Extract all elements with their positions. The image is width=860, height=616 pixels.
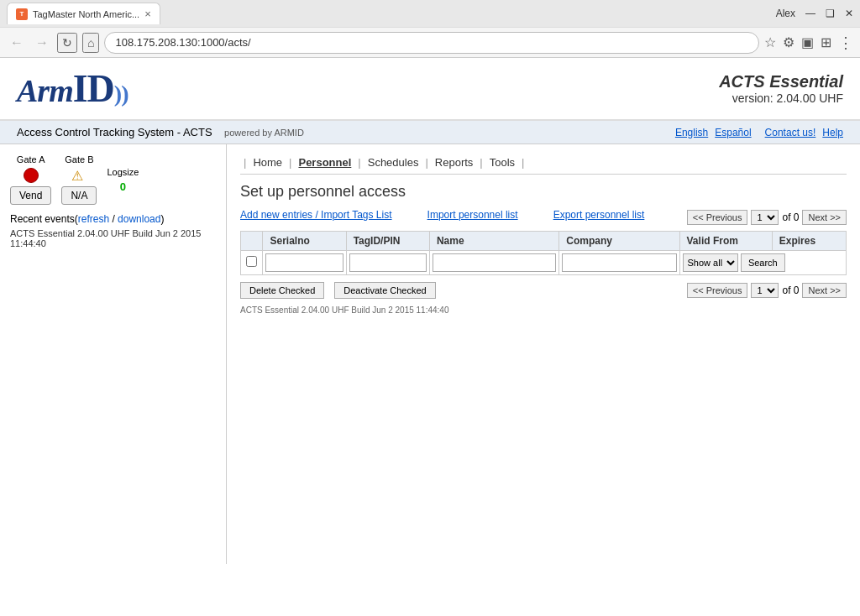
app-title: ACTS Essential <box>719 72 843 91</box>
personnel-table: Serialno TagID/PIN Name Company Valid Fr… <box>240 231 847 275</box>
tab-close-button[interactable]: × <box>144 8 151 20</box>
deactivate-checked-button[interactable]: Deactivate Checked <box>334 282 435 299</box>
forward-button[interactable]: → <box>32 34 52 52</box>
app-version: version: 2.04.00 UHF <box>719 91 843 105</box>
minimize-button[interactable]: — <box>805 8 815 19</box>
sub-header-title: Access Control Tracking System - ACTS po… <box>17 126 304 138</box>
browser-user-label: Alex <box>776 8 795 19</box>
filter-serialno-cell <box>263 251 346 275</box>
filter-validfrom-cell: Show all Search <box>679 251 846 275</box>
help-link[interactable]: Help <box>822 127 843 138</box>
powered-by-label: powered by ARMID <box>224 128 304 138</box>
nav-separator-2: | <box>358 156 360 169</box>
sub-header-links: English Español Contact us! Help <box>675 127 843 138</box>
next-page-button[interactable]: Next >> <box>802 210 847 225</box>
download-link[interactable]: download <box>118 213 160 225</box>
bottom-toolbar: Delete Checked Deactivate Checked << Pre… <box>240 282 847 299</box>
sub-header: Access Control Tracking System - ACTS po… <box>0 121 860 144</box>
table-header-row: Serialno TagID/PIN Name Company Valid Fr… <box>241 232 847 251</box>
logo-arm: Arm <box>17 73 73 108</box>
english-link[interactable]: English <box>675 127 708 138</box>
browser-tab[interactable]: T TagMaster North Americ... × <box>7 3 160 24</box>
filter-name-cell <box>429 251 558 275</box>
filter-company-cell <box>559 251 679 275</box>
logsize-label: Logsize <box>107 167 139 177</box>
filter-tagid-cell <box>346 251 429 275</box>
tab-favicon: T <box>16 8 28 20</box>
bottom-next-button[interactable]: Next >> <box>802 283 847 298</box>
espanol-link[interactable]: Español <box>715 127 751 138</box>
nav-tools[interactable]: Tools <box>486 154 518 170</box>
recent-events-log: ACTS Essential 2.04.00 UHF Build Jun 2 2… <box>10 228 216 248</box>
bottom-page-select[interactable]: 1 <box>751 283 779 298</box>
gate-b-label: Gate B <box>65 154 93 164</box>
nav-separator-3: | <box>425 156 427 169</box>
delete-checked-button[interactable]: Delete Checked <box>240 282 324 299</box>
apps-icon[interactable]: ⊞ <box>821 34 831 50</box>
star-icon[interactable]: ☆ <box>764 34 776 50</box>
gate-status-row: Gate A Vend Gate B N/A Logsize 0 <box>10 154 216 205</box>
recent-events-header: Recent events(refresh / download) <box>10 213 216 225</box>
page-title: Set up personnel access <box>240 183 847 201</box>
top-toolbar-row: Add new entries / Import Tags List Impor… <box>240 209 847 226</box>
add-entries-link[interactable]: Add new entries / Import Tags List <box>240 209 392 221</box>
filter-name-input[interactable] <box>433 253 556 272</box>
col-header-tagid: TagID/PIN <box>346 232 429 251</box>
filter-select-all-checkbox[interactable] <box>246 256 257 267</box>
prev-page-button[interactable]: << Previous <box>687 210 748 225</box>
refresh-link[interactable]: refresh <box>78 213 109 225</box>
bottom-pagination: << Previous 1 of 0 Next >> <box>687 283 847 298</box>
col-header-company: Company <box>559 232 679 251</box>
nav-bar: | Home | Personnel | Schedules | Reports… <box>240 154 847 175</box>
page-content: ArmID)) ACTS Essential version: 2.04.00 … <box>0 58 860 616</box>
toolbar-icons: ☆ ⚙ ▣ ⊞ ⋮ <box>764 34 853 52</box>
gate-a-vend-button[interactable]: Vend <box>10 186 51 205</box>
col-header-checkbox <box>241 232 263 251</box>
tab-title: TagMaster North Americ... <box>33 9 139 19</box>
col-header-name: Name <box>429 232 558 251</box>
filter-serialno-input[interactable] <box>265 253 343 272</box>
close-window-button[interactable]: ✕ <box>845 8 853 19</box>
table-filter-row: Show all Search <box>241 251 847 275</box>
col-header-expires: Expires <box>772 232 846 251</box>
logsize-value: 0 <box>120 180 126 193</box>
nav-separator-1: | <box>289 156 291 169</box>
nav-schedules[interactable]: Schedules <box>364 154 422 170</box>
nav-personnel[interactable]: Personnel <box>295 154 354 170</box>
address-bar[interactable] <box>104 32 759 54</box>
extensions-icon[interactable]: ⚙ <box>783 34 794 50</box>
of-label: of 0 <box>782 211 799 223</box>
filter-tagid-input[interactable] <box>349 253 427 272</box>
page-select[interactable]: 1 <box>751 210 779 225</box>
app-header: ArmID)) ACTS Essential version: 2.04.00 … <box>0 58 860 121</box>
recent-events-label: Recent events <box>10 213 75 225</box>
home-button[interactable]: ⌂ <box>82 33 99 53</box>
acts-label: Access Control Tracking System - ACTS <box>17 126 212 138</box>
cast-icon[interactable]: ▣ <box>801 34 814 50</box>
valid-from-select[interactable]: Show all <box>683 253 738 272</box>
gate-a-label: Gate A <box>17 154 45 164</box>
gate-b-status-indicator <box>71 168 87 183</box>
gate-b-na-button[interactable]: N/A <box>61 186 97 205</box>
export-personnel-link[interactable]: Export personnel list <box>553 209 645 221</box>
import-personnel-link[interactable]: Import personnel list <box>427 209 518 221</box>
chrome-menu-icon[interactable]: ⋮ <box>838 34 853 52</box>
main-content: | Home | Personnel | Schedules | Reports… <box>227 144 860 564</box>
restore-button[interactable]: ❑ <box>826 8 835 19</box>
browser-toolbar: ← → ↻ ⌂ ☆ ⚙ ▣ ⊞ ⋮ <box>0 27 860 57</box>
nav-separator-4: | <box>480 156 482 169</box>
nav-home[interactable]: Home <box>249 154 286 170</box>
app-branding: ACTS Essential version: 2.04.00 UHF <box>719 72 843 105</box>
sidebar: Gate A Vend Gate B N/A Logsize 0 Recent … <box>0 144 227 564</box>
contact-us-link[interactable]: Contact us! <box>765 127 816 138</box>
browser-titlebar: T TagMaster North Americ... × Alex — ❑ ✕ <box>0 0 860 27</box>
col-header-serialno: Serialno <box>263 232 346 251</box>
nav-reports[interactable]: Reports <box>432 154 477 170</box>
filter-company-input[interactable] <box>562 253 676 272</box>
bottom-prev-button[interactable]: << Previous <box>687 283 748 298</box>
back-button[interactable]: ← <box>7 34 27 52</box>
nav-separator-5: | <box>522 156 524 169</box>
reload-button[interactable]: ↻ <box>57 33 77 53</box>
search-button[interactable]: Search <box>741 253 785 272</box>
gate-a-status-indicator <box>24 168 39 183</box>
